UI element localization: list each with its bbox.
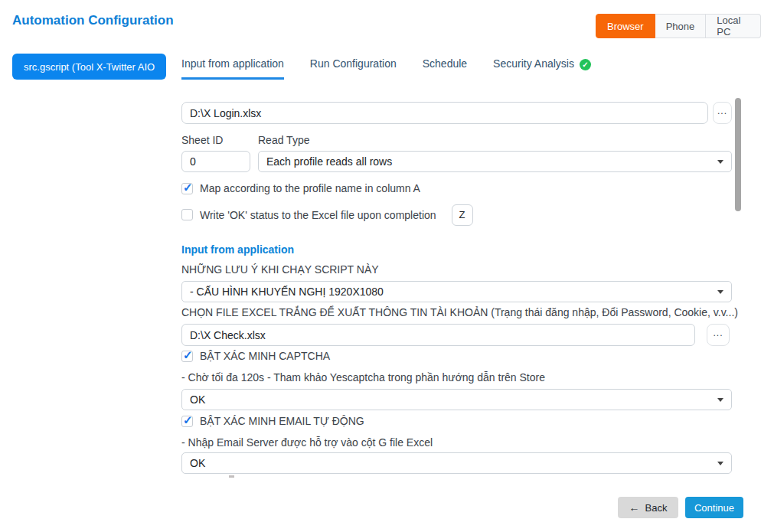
read-type-label: Read Type	[258, 134, 309, 146]
tab-security-analysis[interactable]: Security Analysis ✓	[493, 57, 591, 80]
email-checkbox-label: BẬT XÁC MINH EMAIL TỰ ĐỘNG	[200, 415, 364, 427]
login-file-browse-button[interactable]: ...	[713, 102, 732, 124]
map-checkbox[interactable]	[181, 183, 193, 194]
map-checkbox-row: Map according to the profile name in col…	[181, 182, 420, 194]
email-note-label: - Nhập Email Server được hỗ trợ vào cột …	[181, 436, 433, 449]
tab-input-from-application[interactable]: Input from application	[181, 57, 284, 80]
back-button[interactable]: ← Back	[618, 497, 678, 518]
export-file-label: CHỌN FILE EXCEL TRẮNG ĐỂ XUẤT THÔNG TIN …	[181, 306, 738, 318]
login-file-input[interactable]: D:\X Login.xlsx	[181, 102, 708, 124]
write-ok-checkbox-label: Write 'OK' status to the Excel file upon…	[200, 209, 436, 221]
email-checkbox-row: BẬT XÁC MINH EMAIL TỰ ĐỘNG	[181, 415, 364, 427]
status-column-input[interactable]: Z	[452, 204, 473, 226]
script-item-button[interactable]: src.gscript (Tool X-Twitter AIO	[12, 54, 166, 80]
tab-schedule[interactable]: Schedule	[423, 57, 467, 80]
check-circle-icon: ✓	[580, 59, 591, 70]
section-heading: Input from application	[181, 243, 294, 256]
notes-label: NHỮNG LƯU Ý KHI CHẠY SCRIPT NÀY	[181, 263, 379, 276]
captcha-note-label: - Chờ tối đa 120s - Tham khảo Yescaptcha…	[181, 371, 545, 383]
captcha-checkbox-row: BẬT XÁC MINH CAPTCHA	[181, 350, 330, 362]
captcha-checkbox[interactable]	[181, 351, 193, 362]
clipped-content-fragment	[229, 475, 234, 478]
config-tabs: Input from application Run Configuration…	[181, 57, 591, 80]
chevron-down-icon	[717, 290, 723, 294]
email-checkbox[interactable]	[181, 416, 193, 427]
chevron-down-icon	[717, 462, 723, 465]
email-select[interactable]: OK	[181, 452, 732, 474]
sheet-id-label: Sheet ID	[181, 134, 223, 146]
platform-tab-browser[interactable]: Browser	[596, 14, 655, 38]
chevron-down-icon	[717, 160, 723, 164]
map-checkbox-label: Map according to the profile name in col…	[200, 182, 420, 194]
arrow-left-icon: ←	[629, 502, 640, 513]
platform-toggle-group: Browser Phone Local PC	[596, 14, 761, 38]
export-file-browse-button[interactable]: ...	[707, 324, 730, 346]
tab-run-configuration[interactable]: Run Configuration	[310, 57, 397, 80]
page-title: Automation Configuration	[12, 13, 174, 28]
notes-select[interactable]: - CẤU HÌNH KHUYẾN NGHỊ 1920X1080	[181, 281, 732, 302]
continue-button[interactable]: Continue	[685, 497, 743, 518]
captcha-checkbox-label: BẬT XÁC MINH CAPTCHA	[200, 350, 330, 362]
write-ok-checkbox-row: Write 'OK' status to the Excel file upon…	[181, 204, 473, 226]
platform-tab-phone[interactable]: Phone	[655, 14, 707, 38]
write-ok-checkbox[interactable]	[181, 209, 193, 220]
chevron-down-icon	[717, 398, 723, 402]
platform-tab-local-pc[interactable]: Local PC	[706, 14, 761, 38]
vertical-scrollbar-thumb[interactable]	[735, 98, 741, 211]
read-type-select[interactable]: Each profile reads all rows	[258, 151, 732, 172]
automation-configuration-window: Automation Configuration Browser Phone L…	[0, 0, 761, 532]
sheet-id-input[interactable]: 0	[181, 151, 250, 172]
export-file-input[interactable]: D:\X Check.xlsx	[181, 324, 695, 346]
captcha-select[interactable]: OK	[181, 389, 732, 410]
